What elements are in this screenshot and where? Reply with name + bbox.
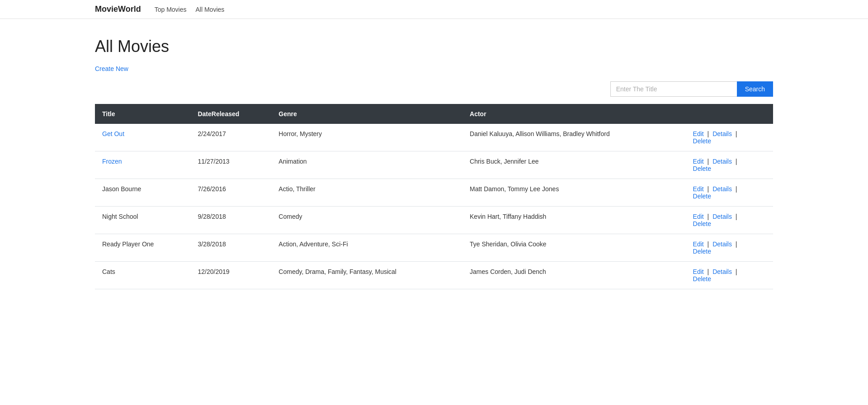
delete-link[interactable]: Delete [693, 193, 711, 200]
table-row: Night School9/28/2018ComedyKevin Hart, T… [95, 207, 773, 234]
movie-title-link[interactable]: Get Out [102, 130, 124, 137]
action-sep-2: | [734, 240, 737, 248]
edit-link[interactable]: Edit [693, 130, 704, 137]
table-row: Jason Bourne7/26/2016Actio, ThrillerMatt… [95, 179, 773, 207]
cell-date: 3/28/2018 [190, 234, 271, 262]
search-input[interactable] [610, 81, 737, 97]
col-genre: Genre [271, 104, 462, 124]
page-title: All Movies [95, 37, 773, 56]
cell-genre: Comedy, Drama, Family, Fantasy, Musical [271, 262, 462, 289]
navbar: MovieWorld Top Movies All Movies [0, 0, 868, 19]
delete-link[interactable]: Delete [693, 248, 711, 255]
table-row: Ready Player One3/28/2018Action, Adventu… [95, 234, 773, 262]
details-link[interactable]: Details [712, 158, 732, 165]
navbar-brand[interactable]: MovieWorld [95, 5, 141, 14]
action-sep-2: | [734, 213, 737, 220]
action-sep-2: | [734, 130, 737, 137]
cell-actions: Edit | Details | Delete [686, 124, 773, 151]
action-sep-1: | [706, 268, 711, 275]
details-link[interactable]: Details [712, 268, 732, 275]
cell-actor: Matt Damon, Tommy Lee Jones [462, 179, 686, 207]
cell-genre: Comedy [271, 207, 462, 234]
create-new-link[interactable]: Create New [95, 65, 128, 72]
movies-table: Title DateReleased Genre Actor Get Out2/… [95, 104, 773, 289]
delete-link[interactable]: Delete [693, 165, 711, 172]
table-header: Title DateReleased Genre Actor [95, 104, 773, 124]
cell-date: 2/24/2017 [190, 124, 271, 151]
delete-link[interactable]: Delete [693, 137, 711, 145]
col-actor: Actor [462, 104, 686, 124]
search-container: Search [95, 81, 773, 97]
delete-link[interactable]: Delete [693, 220, 711, 227]
edit-link[interactable]: Edit [693, 268, 704, 275]
cell-date: 7/26/2016 [190, 179, 271, 207]
edit-link[interactable]: Edit [693, 213, 704, 220]
cell-genre: Horror, Mystery [271, 124, 462, 151]
col-date: DateReleased [190, 104, 271, 124]
main-content: All Movies Create New Search Title DateR… [0, 19, 868, 307]
cell-genre: Actio, Thriller [271, 179, 462, 207]
cell-actor: Kevin Hart, Tiffany Haddish [462, 207, 686, 234]
cell-actor: Chris Buck, Jennifer Lee [462, 151, 686, 179]
col-title: Title [95, 104, 190, 124]
navbar-link-all-movies[interactable]: All Movies [195, 6, 224, 13]
cell-title: Cats [95, 262, 190, 289]
action-sep-2: | [734, 158, 737, 165]
cell-title: Frozen [95, 151, 190, 179]
cell-genre: Action, Adventure, Sci-Fi [271, 234, 462, 262]
action-sep-1: | [706, 185, 711, 193]
table-row: Get Out2/24/2017Horror, MysteryDaniel Ka… [95, 124, 773, 151]
table-row: Cats12/20/2019Comedy, Drama, Family, Fan… [95, 262, 773, 289]
cell-title: Get Out [95, 124, 190, 151]
cell-actor: James Corden, Judi Dench [462, 262, 686, 289]
cell-actions: Edit | Details | Delete [686, 179, 773, 207]
cell-date: 11/27/2013 [190, 151, 271, 179]
movie-title-link[interactable]: Frozen [102, 158, 122, 165]
action-sep-1: | [706, 240, 711, 248]
cell-genre: Animation [271, 151, 462, 179]
cell-title: Ready Player One [95, 234, 190, 262]
details-link[interactable]: Details [712, 185, 732, 193]
details-link[interactable]: Details [712, 213, 732, 220]
table-row: Frozen11/27/2013AnimationChris Buck, Jen… [95, 151, 773, 179]
cell-title: Jason Bourne [95, 179, 190, 207]
delete-link[interactable]: Delete [693, 275, 711, 283]
cell-actions: Edit | Details | Delete [686, 234, 773, 262]
table-body: Get Out2/24/2017Horror, MysteryDaniel Ka… [95, 124, 773, 289]
navbar-link-top-movies[interactable]: Top Movies [155, 6, 187, 13]
edit-link[interactable]: Edit [693, 158, 704, 165]
cell-actor: Daniel Kaluuya, Allison Williams, Bradle… [462, 124, 686, 151]
action-sep-1: | [706, 158, 711, 165]
cell-actions: Edit | Details | Delete [686, 151, 773, 179]
cell-title: Night School [95, 207, 190, 234]
action-sep-1: | [706, 213, 711, 220]
details-link[interactable]: Details [712, 240, 732, 248]
action-sep-1: | [706, 130, 711, 137]
table-header-row: Title DateReleased Genre Actor [95, 104, 773, 124]
edit-link[interactable]: Edit [693, 185, 704, 193]
cell-actions: Edit | Details | Delete [686, 207, 773, 234]
action-sep-2: | [734, 185, 737, 193]
details-link[interactable]: Details [712, 130, 732, 137]
cell-date: 9/28/2018 [190, 207, 271, 234]
col-actions [686, 104, 773, 124]
cell-actor: Tye Sheridan, Olivia Cooke [462, 234, 686, 262]
action-sep-2: | [734, 268, 737, 275]
edit-link[interactable]: Edit [693, 240, 704, 248]
cell-actions: Edit | Details | Delete [686, 262, 773, 289]
cell-date: 12/20/2019 [190, 262, 271, 289]
search-button[interactable]: Search [737, 81, 773, 97]
